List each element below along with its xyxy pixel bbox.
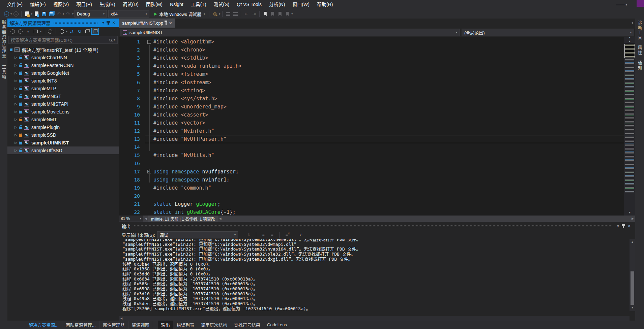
menu-item-4[interactable]: 生成(B) (96, 0, 119, 9)
menu-item-1[interactable]: 编辑(E) (26, 0, 50, 9)
panel-tab-输出[interactable]: 输出 (158, 321, 173, 329)
start-debug-button[interactable]: ▶ 本地 Windows 调试器 ▾ (152, 10, 207, 18)
scrollbar-thumb[interactable] (631, 271, 634, 304)
scroll-up-icon[interactable]: ▲ (630, 240, 635, 245)
pin-icon[interactable] (623, 224, 624, 228)
bottom-tab-属性管理器[interactable]: 属性管理器 (99, 321, 128, 329)
code-line-10[interactable]: 10#include <cassert> (119, 111, 635, 119)
home-icon[interactable]: ⌂ (24, 28, 32, 35)
attach-process-icon[interactable] (211, 10, 218, 17)
panel-tab-查找符号结果[interactable]: 查找符号结果 (231, 321, 264, 329)
project-row-sampleFasterRCNN[interactable]: ▷sampleFasterRCNN (7, 61, 119, 69)
toolbar-overflow-icon[interactable]: ▾ (291, 12, 293, 15)
collapse-all-icon[interactable] (84, 28, 91, 35)
platform-select[interactable]: x64 ▾ (108, 10, 149, 18)
save-icon[interactable] (40, 10, 47, 17)
expand-arrow-icon[interactable]: ▷ (13, 79, 18, 83)
add-item-icon[interactable] (33, 10, 40, 17)
code-line-8[interactable]: 8#include <sys/stat.h> (119, 95, 635, 103)
save-all-icon[interactable] (48, 10, 55, 17)
menu-item-6[interactable]: 团队(M) (142, 0, 166, 9)
code-line-15[interactable]: 15#include "NvUtils.h" (119, 151, 635, 159)
navigate-forward-icon[interactable]: → (12, 10, 19, 17)
scroll-left-icon[interactable]: ◀ (119, 317, 124, 320)
redo-dropdown-icon[interactable]: ▾ (72, 12, 74, 15)
clear-all-icon[interactable]: ≡ (283, 232, 290, 238)
expand-arrow-icon[interactable]: ▷ (13, 71, 18, 75)
bottom-tab-资源视图[interactable]: 资源视图 (128, 321, 153, 329)
output-titlebar[interactable]: 输出 ▾ ✕ (119, 222, 635, 230)
close-icon[interactable]: ✕ (112, 21, 115, 25)
expand-arrow-icon[interactable]: ▷ (13, 141, 18, 144)
goto-prev-message-icon[interactable]: ≡ (260, 232, 267, 238)
output-log[interactable]: “sampleUffMNIST.exe”(Win32): 已加载“C:\Wind… (119, 239, 635, 316)
right-strip-tab-2[interactable]: 通知 (637, 61, 643, 70)
navigate-back-icon[interactable]: ← (3, 10, 10, 17)
configuration-select[interactable]: Debug ▾ (75, 10, 107, 18)
code-line-7[interactable]: 7#include <string> (119, 87, 635, 95)
build-icon[interactable] (225, 10, 231, 17)
all-files-icon[interactable] (46, 28, 54, 35)
prev-bookmark-icon[interactable] (269, 10, 276, 17)
code-line-4[interactable]: 4#include <cuda_runtime_api.h> (119, 62, 635, 70)
menu-item-10[interactable]: Qt VS Tools (233, 0, 265, 9)
expand-arrow-icon[interactable]: ▷ (13, 94, 18, 98)
refresh-icon[interactable]: ↻ (76, 28, 83, 35)
code-line-2[interactable]: 2#include <chrono> (119, 46, 635, 54)
pin-icon[interactable] (166, 22, 167, 25)
code-line-18[interactable]: 18using namespace nvinfer1; (119, 176, 635, 184)
build-selection-icon[interactable] (232, 10, 239, 17)
solution-row[interactable]: 解决方案'TensorRT_test' (13 个项目) (7, 46, 119, 54)
left-strip-tab-1[interactable]: 工具箱 (1, 65, 7, 80)
project-row-sampleMovieLens[interactable]: ▷sampleMovieLens (7, 108, 119, 116)
expand-arrow-icon[interactable]: ▷ (13, 102, 18, 106)
splitter-handle-icon[interactable]: ⇕ (624, 37, 635, 40)
output-vertical-scrollbar[interactable]: ▲ ▼ (630, 239, 635, 311)
window-position-icon[interactable]: ▾ (102, 21, 104, 25)
code-line-3[interactable]: 3#include <cstdlib> (119, 54, 635, 62)
project-row-sampleGoogleNet[interactable]: ▷sampleGoogleNet (7, 69, 119, 77)
clear-bookmarks-icon[interactable] (284, 10, 291, 17)
sync-with-active-document-icon[interactable]: ⇄ (68, 28, 76, 35)
project-row-sampleMNISTAPI[interactable]: ▷sampleMNISTAPI (7, 100, 119, 108)
right-strip-tab-0[interactable]: 诊断工具 (637, 21, 643, 40)
pending-changes-filter-icon[interactable] (58, 28, 65, 35)
expand-arrow-icon[interactable]: ▷ (13, 125, 18, 129)
code-line-6[interactable]: 6#include <iostream> (119, 78, 635, 86)
code-line-20[interactable]: 20 (119, 192, 635, 200)
project-row-samplePlugin[interactable]: ▷samplePlugin (7, 123, 119, 131)
close-icon[interactable]: ✕ (169, 21, 172, 26)
menu-item-0[interactable]: 文件(F) (3, 0, 26, 9)
search-icon[interactable] (109, 39, 112, 41)
chevron-down-icon[interactable]: ▾ (625, 3, 627, 6)
bookmark-icon[interactable] (262, 10, 268, 17)
expand-arrow-icon[interactable]: ▷ (13, 56, 18, 59)
fold-collapse-icon[interactable]: − (147, 40, 152, 44)
toggle-word-wrap-icon[interactable]: ↵ (298, 232, 304, 238)
output-source-select[interactable]: 调试 ▾ (157, 231, 238, 238)
navigate-back-dropdown-icon[interactable]: ▾ (10, 12, 12, 15)
scroll-down-icon[interactable]: ▼ (630, 305, 635, 310)
code-line-14[interactable]: 14 (119, 143, 635, 151)
right-strip-tab-1[interactable]: 属性 (637, 45, 643, 55)
increase-indent-icon[interactable]: ⇥ (251, 10, 257, 17)
menu-item-9[interactable]: 测试(S) (210, 0, 233, 9)
project-row-sampleNMT[interactable]: ▷sampleNMT (7, 116, 119, 123)
decrease-indent-icon[interactable]: ⇤ (243, 10, 250, 17)
project-row-sampleMNIST[interactable]: ▷sampleMNIST (7, 92, 119, 100)
chevron-down-icon[interactable]: ▾ (114, 38, 115, 41)
attach-dropdown-icon[interactable]: ▾ (219, 12, 220, 15)
menu-item-3[interactable]: 项目(P) (72, 0, 96, 9)
new-file-dropdown-icon[interactable]: ▾ (31, 12, 32, 15)
menu-item-8[interactable]: 工具(T) (187, 0, 210, 9)
solution-search-input[interactable]: 搜索解决方案资源管理器(Ctrl+;) ▾ (8, 36, 118, 44)
project-row-sampleUffSSD[interactable]: ▷sampleUffSSD (7, 146, 119, 154)
horizontal-scrollbar[interactable]: ◀ milittle, 13 天前 | 1 名作者, 1 项更改 ◀ ▶ (143, 216, 635, 222)
menu-item-5[interactable]: 调试(D) (119, 0, 142, 9)
code-line-22[interactable]: 22static int gUseDLACore{-1}; (119, 208, 635, 216)
menu-item-2[interactable]: 视图(V) (50, 0, 73, 9)
menu-item-11[interactable]: 分析(N) (265, 0, 289, 9)
scroll-left-icon[interactable]: ◀ (218, 217, 223, 220)
menu-item-13[interactable]: 帮助(H) (313, 0, 336, 9)
chevron-down-icon[interactable]: ▾ (66, 30, 67, 33)
